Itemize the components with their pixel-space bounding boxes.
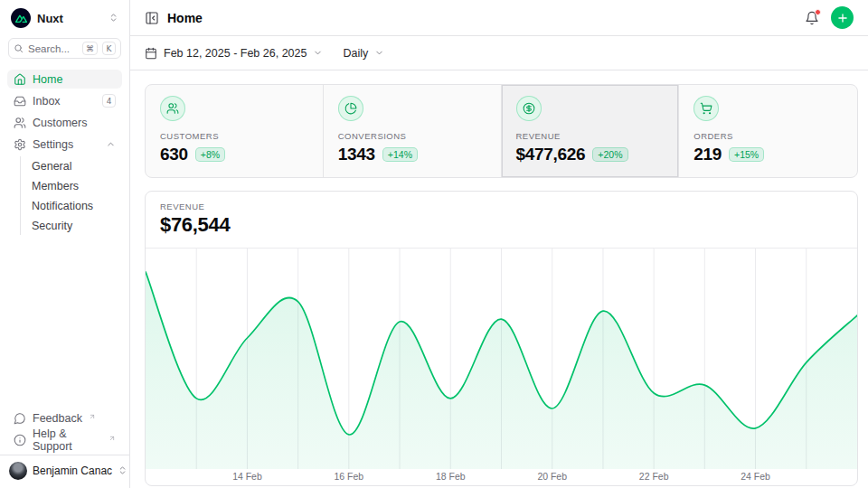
svg-text:18 Feb: 18 Feb xyxy=(436,472,466,482)
sidebar-footer: Feedback Help & Support Benjamin Canac xyxy=(7,408,122,484)
external-link-icon xyxy=(108,432,116,445)
inbox-count-badge: 4 xyxy=(102,94,116,108)
sidebar-item-label: Customers xyxy=(33,117,87,129)
stat-customers[interactable]: Customers 630 +8% xyxy=(146,85,324,177)
svg-text:22 Feb: 22 Feb xyxy=(639,472,669,482)
stat-revenue[interactable]: Revenue $477,626 +20% xyxy=(502,85,680,177)
stat-delta-badge: +20% xyxy=(592,147,627,162)
stat-orders[interactable]: Orders 219 +15% xyxy=(679,85,857,177)
sidebar-item-customers[interactable]: Customers xyxy=(7,113,122,132)
footer-link-label: Help & Support xyxy=(33,427,102,453)
sidebar-item-label: Inbox xyxy=(33,95,61,108)
help-support-link[interactable]: Help & Support xyxy=(7,430,122,449)
footer-link-label: Feedback xyxy=(33,412,82,425)
chart-total-value: $76,544 xyxy=(160,213,843,237)
chart-header: Revenue $76,544 xyxy=(146,192,857,237)
home-icon xyxy=(14,73,26,86)
stat-value: $477,626 xyxy=(516,145,586,164)
page-title: Home xyxy=(167,11,203,25)
sidebar-item-label: Settings xyxy=(33,138,73,151)
stat-delta-badge: +8% xyxy=(195,147,225,162)
svg-text:20 Feb: 20 Feb xyxy=(537,472,567,482)
feedback-link[interactable]: Feedback xyxy=(7,408,122,427)
notifications-button[interactable] xyxy=(805,11,819,25)
stat-value: 1343 xyxy=(338,145,375,164)
main-area: Home Feb 12, 2025 - Feb 26, 2025 xyxy=(130,0,868,488)
sidebar: Nuxt Search... ⌘ K Home xyxy=(0,0,130,488)
chart-title: Revenue xyxy=(160,202,843,211)
stat-delta-badge: +15% xyxy=(729,147,764,162)
gear-icon xyxy=(14,138,26,151)
main-header: Home xyxy=(130,0,868,36)
svg-text:24 Feb: 24 Feb xyxy=(741,472,770,482)
sidebar-item-settings[interactable]: Settings xyxy=(7,135,122,154)
stat-value: 630 xyxy=(160,145,188,164)
stat-conversions[interactable]: Conversions 1343 +14% xyxy=(324,85,502,177)
sidebar-subitem-label: Members xyxy=(32,180,79,192)
sidebar-item-notifications[interactable]: Notifications xyxy=(21,196,122,215)
nuxt-logo-icon xyxy=(11,8,31,28)
stat-label: Conversions xyxy=(338,131,486,141)
stat-delta-badge: +14% xyxy=(382,147,418,162)
stats-row: Customers 630 +8% Conversions 1343 +14% xyxy=(145,84,858,178)
chevron-up-icon xyxy=(106,139,116,149)
kbd-k: K xyxy=(102,42,116,55)
kbd-meta: ⌘ xyxy=(82,42,98,55)
user-name: Benjamin Canac xyxy=(33,465,112,477)
sidebar-nav: Home Inbox 4 Customers Settings xyxy=(7,70,122,237)
granularity-value: Daily xyxy=(343,47,368,60)
sidebar-item-general[interactable]: General xyxy=(21,156,122,175)
sidebar-item-inbox[interactable]: Inbox 4 xyxy=(7,91,122,110)
users-icon xyxy=(160,96,185,121)
search-input[interactable]: Search... ⌘ K xyxy=(8,38,121,59)
sidebar-item-label: Home xyxy=(33,73,62,86)
date-range-value: Feb 12, 2025 - Feb 26, 2025 xyxy=(164,47,307,60)
revenue-chart-card: Revenue $76,544 14 Feb16 Feb18 Feb20 Feb… xyxy=(145,191,858,486)
stat-label: Revenue xyxy=(516,131,665,141)
chevron-down-icon xyxy=(374,48,384,58)
info-icon xyxy=(14,434,26,446)
search-placeholder: Search... xyxy=(28,43,78,54)
stat-label: Customers xyxy=(160,131,308,141)
stat-value: 219 xyxy=(693,145,722,164)
calendar-icon xyxy=(145,47,157,60)
sidebar-item-home[interactable]: Home xyxy=(7,70,122,89)
workspace-name: Nuxt xyxy=(37,12,102,25)
collapse-sidebar-icon[interactable] xyxy=(145,11,159,25)
search-icon xyxy=(14,43,24,53)
chevrons-up-down-icon xyxy=(108,10,118,26)
chevron-down-icon xyxy=(313,48,323,58)
stat-label: Orders xyxy=(693,131,843,141)
settings-subnav: General Members Notifications Security xyxy=(20,156,122,235)
add-button[interactable] xyxy=(831,6,854,29)
inbox-icon xyxy=(14,95,26,108)
granularity-select[interactable]: Daily xyxy=(343,47,384,60)
user-menu[interactable]: Benjamin Canac xyxy=(0,455,129,484)
notification-dot xyxy=(815,9,821,15)
date-range-picker[interactable]: Feb 12, 2025 - Feb 26, 2025 xyxy=(145,47,323,60)
chart-pie-icon xyxy=(338,96,363,121)
shopping-cart-icon xyxy=(693,96,719,121)
message-circle-icon xyxy=(14,412,26,425)
sidebar-item-security[interactable]: Security xyxy=(21,216,122,235)
users-icon xyxy=(14,117,26,129)
sidebar-item-members[interactable]: Members xyxy=(21,176,122,195)
sidebar-subitem-label: Notifications xyxy=(32,200,93,212)
workspace-switcher[interactable]: Nuxt xyxy=(7,7,122,29)
avatar xyxy=(9,462,27,480)
chevrons-up-down-icon xyxy=(118,463,127,479)
filters-toolbar: Feb 12, 2025 - Feb 26, 2025 Daily xyxy=(130,36,868,70)
sidebar-subitem-label: General xyxy=(32,160,71,173)
external-link-icon xyxy=(89,410,96,423)
svg-text:16 Feb: 16 Feb xyxy=(334,472,363,482)
dashboard-content: Customers 630 +8% Conversions 1343 +14% xyxy=(130,70,868,488)
dashboard-app: Nuxt Search... ⌘ K Home xyxy=(0,0,868,488)
svg-text:14 Feb: 14 Feb xyxy=(232,472,262,482)
sidebar-subitem-label: Security xyxy=(32,220,72,232)
revenue-area-chart[interactable]: 14 Feb16 Feb18 Feb20 Feb22 Feb24 Feb xyxy=(146,248,857,484)
circle-dollar-icon xyxy=(516,96,542,121)
